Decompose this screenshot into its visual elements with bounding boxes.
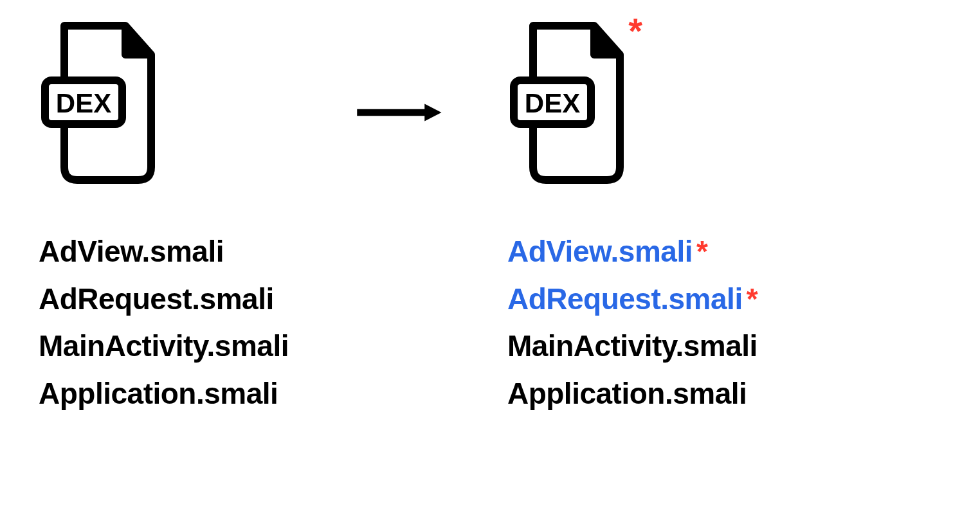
file-item-modified: AdRequest.smali*: [507, 276, 758, 323]
file-item: AdRequest.smali: [39, 276, 289, 323]
dex-badge-text: DEX: [56, 88, 111, 118]
left-file-icon-wrap: DEX: [39, 19, 161, 190]
file-name: AdView.smali: [507, 235, 693, 268]
modified-marker-icon: *: [628, 13, 642, 49]
file-item: Application.smali: [507, 370, 758, 418]
dex-file-icon: DEX: [39, 19, 161, 186]
arrow-wrap: [340, 19, 456, 125]
file-item-modified: AdView.smali*: [507, 228, 758, 276]
right-column: DEX * AdView.smali* AdRequest.smali* Mai…: [507, 19, 758, 417]
file-item: Application.smali: [39, 370, 289, 418]
right-file-icon-wrap: DEX *: [507, 19, 630, 190]
file-name: AdRequest.smali: [507, 282, 743, 316]
file-item: MainActivity.smali: [507, 323, 758, 370]
dex-file-icon: DEX: [507, 19, 630, 186]
modified-marker-icon: *: [747, 282, 758, 316]
file-item: MainActivity.smali: [39, 323, 289, 370]
left-file-list: AdView.smali AdRequest.smali MainActivit…: [39, 228, 289, 417]
diagram-container: DEX AdView.smali AdRequest.smali MainAct…: [0, 0, 980, 437]
modified-marker-icon: *: [696, 235, 707, 268]
dex-badge-text: DEX: [525, 88, 580, 118]
right-file-list: AdView.smali* AdRequest.smali* MainActiv…: [507, 228, 758, 417]
svg-marker-2: [424, 104, 441, 122]
arrow-right-icon: [340, 103, 456, 122]
file-item: AdView.smali: [39, 228, 289, 276]
left-column: DEX AdView.smali AdRequest.smali MainAct…: [39, 19, 289, 417]
